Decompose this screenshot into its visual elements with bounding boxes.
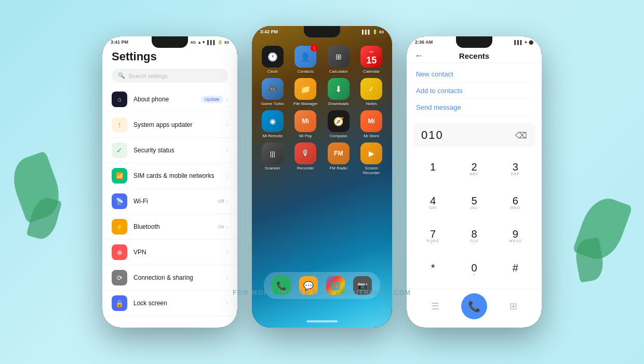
wifi-label: Wi-Fi	[133, 198, 218, 205]
downloads-label: Downloads	[328, 101, 349, 106]
app-downloads[interactable]: ⬇ Downloads	[324, 78, 353, 106]
app-calendar[interactable]: ▪▪▪ 15 Calendar	[357, 46, 386, 74]
menu-icon[interactable]: ☰	[425, 296, 446, 317]
dial-key-1[interactable]: 1	[413, 153, 453, 186]
dial-key-0[interactable]: 0 +	[454, 254, 494, 287]
app-contacts[interactable]: 👤 1 Contacts	[291, 46, 320, 74]
settings-title: Settings	[102, 46, 237, 67]
dial-key-4[interactable]: 4 GHI	[413, 187, 453, 220]
back-button[interactable]: ←	[415, 51, 423, 60]
filemanager-label: File Manager	[293, 101, 318, 106]
chevron-about: ›	[226, 97, 228, 102]
dial-key-star[interactable]: *	[413, 254, 453, 287]
dial-key-9[interactable]: 9 WXYZ	[495, 220, 535, 253]
dial-key-8[interactable]: 8 TUV	[454, 220, 494, 253]
settings-item-bluetooth[interactable]: ⚡ Bluetooth On ›	[102, 214, 237, 240]
icon-sim: 📶	[112, 168, 127, 184]
settings-item-about[interactable]: ⌂ About phone Update ›	[102, 87, 237, 112]
conn-label: Connection & sharing	[133, 274, 226, 281]
add-to-contacts-action[interactable]: Add to contacts	[416, 83, 532, 99]
app-file-manager[interactable]: 📁 File Manager	[291, 78, 320, 106]
app-compass[interactable]: 🧭 Compass	[324, 110, 353, 138]
wifi-status: Off	[218, 199, 224, 204]
settings-item-text-wifi: Wi-Fi	[133, 198, 218, 205]
screenrec-icon: ▶	[360, 142, 382, 164]
notes-icon: ✓	[360, 78, 382, 100]
calendar-date: 15	[366, 56, 377, 65]
scanner-icon: |||	[262, 142, 284, 164]
app-mi-pay[interactable]: Mi Mi Pay	[291, 110, 320, 138]
icon-security: ✓	[112, 142, 127, 158]
scanner-label: Scanner	[265, 166, 280, 171]
app-grid: 🕐 Clock 👤 1 Contacts ⊞	[252, 42, 392, 179]
downloads-icon: ⬇	[328, 78, 350, 100]
new-contact-action[interactable]: New contact	[416, 66, 532, 83]
chevron-lock: ›	[226, 301, 228, 306]
mistore-icon: Mi	[360, 110, 382, 132]
settings-item-security[interactable]: ✓ Security status ›	[102, 138, 237, 163]
dial-key-2[interactable]: 2 ABC	[454, 153, 494, 186]
backspace-button[interactable]: ⌫	[515, 131, 527, 140]
app-calculator[interactable]: ⊞ Calculator	[324, 46, 353, 74]
dialer-header: ← Recents	[407, 46, 542, 63]
keypad-icon[interactable]: ⊞	[503, 296, 524, 317]
settings-item-sim[interactable]: 📶 SIM cards & mobile networks ›	[102, 163, 237, 189]
app-recorder[interactable]: 🎙 Recorder	[291, 142, 320, 175]
app-notes[interactable]: ✓ Notes	[357, 78, 386, 106]
filemanager-icon: 📁	[294, 78, 316, 100]
dial-key-3[interactable]: 3 DEF	[495, 153, 535, 186]
call-button[interactable]: 📞	[461, 293, 487, 319]
app-screen-recorder[interactable]: ▶ Screen Recorder	[357, 142, 386, 175]
app-mi-store[interactable]: Mi Mi Store	[357, 110, 386, 138]
settings-item-text-bt: Bluetooth	[133, 223, 218, 230]
lock-label: Lock screen	[133, 300, 226, 307]
vpn-label: VPN	[133, 249, 226, 256]
settings-item-text-sim: SIM cards & mobile networks	[133, 172, 226, 179]
search-bar[interactable]: 🔍 Search settings	[112, 69, 228, 83]
icon-about-phone: ⌂	[112, 92, 127, 107]
chevron-vpn: ›	[226, 250, 228, 255]
settings-list: ⌂ About phone Update › ↑	[102, 87, 237, 328]
settings-item-vpn[interactable]: ⊗ VPN ›	[102, 240, 237, 265]
contacts-badge: 1	[311, 44, 318, 51]
dial-key-7[interactable]: 7 PQRS	[413, 220, 453, 253]
miremote-label: Mi Remote	[262, 134, 283, 138]
settings-screen: 3:41 PM 4G ▲▼ ▌▌▌ 🔋 83 Settings 🔍 Search…	[102, 36, 237, 328]
chevron-sim: ›	[226, 173, 228, 179]
notes-label: Notes	[366, 101, 377, 106]
app-scanner[interactable]: ||| Scanner	[258, 142, 287, 175]
app-fm-radio[interactable]: FM FM Radio	[324, 142, 353, 175]
settings-item-text-vpn: VPN	[133, 249, 226, 256]
recorder-icon: 🎙	[294, 142, 316, 164]
mistore-label: Mi Store	[364, 134, 379, 138]
gameturbo-label: Game Turbo	[261, 101, 284, 106]
app-clock[interactable]: 🕐 Clock	[258, 46, 287, 74]
app-game-turbo[interactable]: 🎮 Game Turbo	[258, 78, 287, 106]
dial-pad: 1 2 ABC 3 DEF 4 GHI	[407, 151, 542, 289]
clock-label: Clock	[267, 69, 278, 74]
dial-key-hash[interactable]: #	[495, 254, 535, 287]
icon-connection: ⟳	[112, 270, 127, 285]
send-message-action[interactable]: Send message	[416, 99, 532, 116]
calculator-icon: ⊞	[328, 46, 350, 68]
chevron-system: ›	[226, 122, 228, 128]
settings-item-wifi[interactable]: 📡 Wi-Fi Off ›	[102, 189, 237, 214]
dial-key-6[interactable]: 6 MNO	[495, 187, 535, 220]
dial-key-5[interactable]: 5 JKL	[454, 187, 494, 220]
settings-item-connection[interactable]: ⟳ Connection & sharing ›	[102, 265, 237, 291]
home-screen: 3:42 PM ▌▌▌ 🔋 83 🕐 Clock	[252, 26, 392, 328]
settings-item-lock[interactable]: 🔒 Lock screen ›	[102, 291, 237, 316]
about-phone-label: About phone	[133, 96, 201, 103]
dialer-bottom-bar: ☰ 📞 ⊞	[407, 289, 542, 328]
app-mi-remote[interactable]: ◉ Mi Remote	[258, 110, 287, 138]
status-icons-3: ▌▌▌ ♥ ⬤	[514, 40, 533, 45]
settings-item-text-system: System apps updater	[133, 121, 226, 128]
sim-label: SIM cards & mobile networks	[133, 172, 226, 179]
contacts-icon: 👤 1	[294, 46, 316, 68]
recents-actions: New contact Add to contacts Send message	[407, 63, 542, 119]
settings-item-system[interactable]: ↑ System apps updater ›	[102, 112, 237, 138]
mipay-label: Mi Pay	[299, 134, 312, 138]
icon-vpn: ⊗	[112, 244, 127, 260]
mipay-icon: Mi	[294, 110, 316, 132]
recents-title: Recents	[430, 51, 519, 60]
